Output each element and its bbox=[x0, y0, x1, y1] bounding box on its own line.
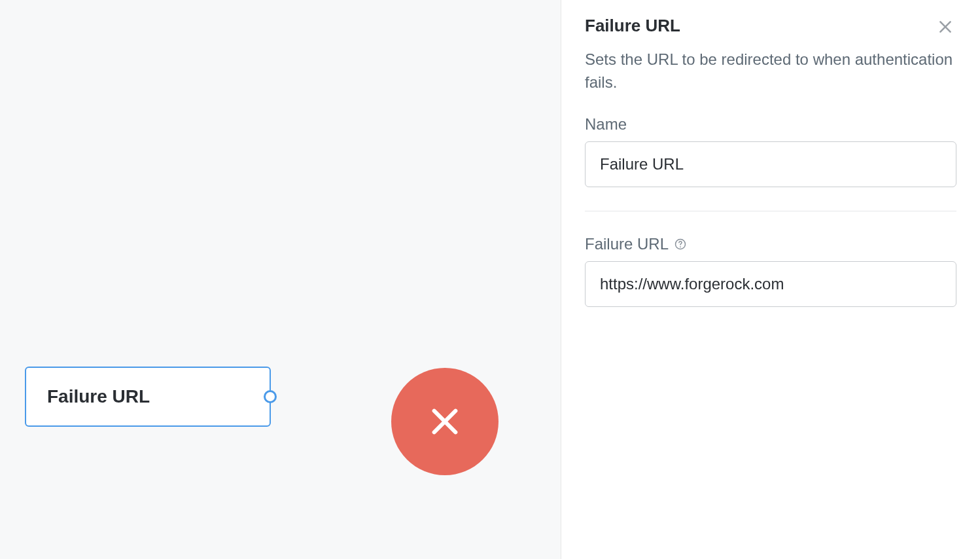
close-button[interactable] bbox=[934, 16, 956, 38]
panel-header: Failure URL bbox=[585, 16, 956, 38]
x-icon bbox=[427, 403, 463, 440]
failure-url-input[interactable] bbox=[585, 261, 956, 307]
properties-panel: Failure URL Sets the URL to be redirecte… bbox=[561, 0, 980, 559]
connections-layer bbox=[0, 0, 196, 98]
node-label: Failure URL bbox=[47, 386, 150, 406]
failure-url-node[interactable]: Failure URL bbox=[25, 367, 271, 427]
failure-url-label: Failure URL bbox=[585, 235, 669, 253]
name-input[interactable] bbox=[585, 141, 956, 187]
flow-canvas[interactable]: Failure URL bbox=[0, 0, 561, 559]
help-icon[interactable] bbox=[674, 238, 687, 251]
question-circle-icon bbox=[674, 238, 687, 251]
svg-point-9 bbox=[680, 246, 681, 247]
name-label: Name bbox=[585, 115, 956, 134]
divider bbox=[585, 211, 956, 211]
node-output-port[interactable] bbox=[264, 390, 277, 403]
panel-description: Sets the URL to be redirected to when au… bbox=[585, 48, 956, 94]
close-icon bbox=[937, 18, 954, 35]
panel-title: Failure URL bbox=[585, 16, 680, 36]
failure-endpoint-node[interactable] bbox=[391, 368, 499, 475]
